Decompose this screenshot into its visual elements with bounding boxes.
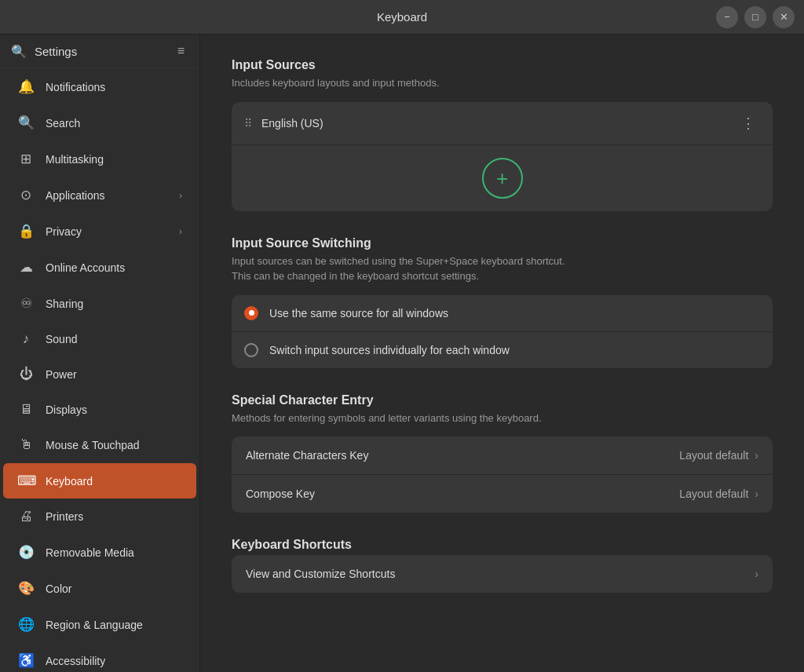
sidebar-item-label-color: Color	[46, 583, 182, 595]
sidebar-item-label-displays: Displays	[46, 404, 182, 416]
individual-source-radio[interactable]	[244, 343, 258, 357]
sidebar: 🔍 Settings ≡ 🔔Notifications🔍Search⊞Multi…	[0, 35, 200, 672]
sidebar-item-label-keyboard: Keyboard	[46, 475, 182, 488]
sidebar-item-applications[interactable]: ⊙Applications›	[3, 177, 196, 213]
sidebar-item-label-power: Power	[46, 368, 182, 381]
sidebar-item-label-multitasking: Multitasking	[46, 153, 182, 166]
applications-icon: ⊙	[17, 187, 35, 203]
mouse-touchpad-icon: 🖱	[17, 437, 35, 453]
sidebar-item-label-printers: Printers	[46, 510, 182, 523]
input-source-switching-subtitle: Input sources can be switched using the …	[232, 254, 773, 284]
color-icon: 🎨	[17, 580, 35, 597]
compose-key-row[interactable]: Compose Key Layout default ›	[232, 475, 773, 513]
sound-icon: ♪	[17, 331, 35, 347]
accessibility-icon: ♿	[17, 652, 35, 669]
sidebar-item-displays[interactable]: 🖥Displays	[3, 393, 196, 427]
input-sources-subtitle: Includes keyboard layouts and input meth…	[232, 75, 773, 91]
add-input-source-button[interactable]: +	[482, 158, 523, 199]
special-character-title: Special Character Entry	[232, 393, 773, 407]
window-controls: − □ ✕	[716, 6, 795, 28]
input-sources-section: Input Sources Includes keyboard layouts …	[232, 58, 773, 211]
alternate-characters-key-value: Layout default	[679, 449, 748, 462]
alternate-characters-chevron-icon: ›	[755, 449, 758, 462]
applications-chevron-icon: ›	[179, 190, 182, 201]
drag-handle-icon: ⠿	[244, 117, 252, 130]
english-us-row[interactable]: ⠿ English (US) ⋮	[232, 102, 773, 145]
sidebar-item-label-applications: Applications	[46, 189, 168, 202]
sidebar-item-label-sharing: Sharing	[46, 298, 182, 310]
input-sources-card: ⠿ English (US) ⋮ +	[232, 102, 773, 211]
titlebar: Keyboard − □ ✕	[0, 0, 804, 35]
displays-icon: 🖥	[17, 402, 35, 418]
alternate-characters-key-row[interactable]: Alternate Characters Key Layout default …	[232, 436, 773, 475]
search-icon: 🔍	[11, 44, 27, 59]
main-container: 🔍 Settings ≡ 🔔Notifications🔍Search⊞Multi…	[0, 35, 804, 672]
sidebar-item-keyboard[interactable]: ⌨Keyboard	[3, 463, 196, 499]
maximize-button[interactable]: □	[744, 6, 766, 28]
sidebar-item-label-notifications: Notifications	[46, 81, 182, 93]
sidebar-item-sharing[interactable]: ♾Sharing	[3, 286, 196, 321]
input-sources-title: Input Sources	[232, 58, 773, 72]
sidebar-item-removable-media[interactable]: 💿Removable Media	[3, 535, 196, 570]
sidebar-app-title: Settings	[35, 45, 166, 58]
sidebar-item-multitasking[interactable]: ⊞Multitasking	[3, 141, 196, 177]
keyboard-icon: ⌨	[17, 473, 35, 489]
minimize-button[interactable]: −	[716, 6, 738, 28]
privacy-chevron-icon: ›	[179, 226, 182, 237]
sidebar-item-search[interactable]: 🔍Search	[3, 105, 196, 141]
source-options-button[interactable]: ⋮	[736, 113, 760, 133]
sidebar-item-printers[interactable]: 🖨Printers	[3, 499, 196, 534]
same-source-row[interactable]: Use the same source for all windows	[232, 295, 773, 332]
sidebar-item-mouse-touchpad[interactable]: 🖱Mouse & Touchpad	[3, 428, 196, 462]
sidebar-item-power[interactable]: ⏻Power	[3, 357, 196, 392]
printers-icon: 🖨	[17, 509, 35, 524]
multitasking-icon: ⊞	[17, 151, 35, 167]
view-customize-shortcuts-label: View and Customize Shortcuts	[246, 568, 755, 580]
shortcuts-chevron-icon: ›	[755, 568, 758, 580]
individual-source-row[interactable]: Switch input sources individually for ea…	[232, 332, 773, 368]
keyboard-shortcuts-card: View and Customize Shortcuts ›	[232, 555, 773, 593]
special-character-subtitle: Methods for entering symbols and letter …	[232, 411, 773, 426]
keyboard-shortcuts-section: Keyboard Shortcuts View and Customize Sh…	[232, 538, 773, 593]
region-language-icon: 🌐	[17, 616, 35, 633]
close-button[interactable]: ✕	[773, 6, 795, 28]
notifications-icon: 🔔	[17, 79, 35, 95]
special-character-card: Alternate Characters Key Layout default …	[232, 436, 773, 513]
input-source-switching-title: Input Source Switching	[232, 236, 773, 250]
sidebar-item-label-search: Search	[46, 117, 182, 130]
sidebar-item-notifications[interactable]: 🔔Notifications	[3, 69, 196, 104]
privacy-icon: 🔒	[17, 223, 35, 239]
alternate-characters-key-label: Alternate Characters Key	[246, 449, 679, 462]
english-us-label: English (US)	[261, 117, 736, 130]
power-icon: ⏻	[17, 367, 35, 382]
sharing-icon: ♾	[17, 295, 35, 312]
sidebar-item-sound[interactable]: ♪Sound	[3, 322, 196, 356]
sidebar-item-label-removable-media: Removable Media	[46, 546, 182, 559]
view-customize-shortcuts-row[interactable]: View and Customize Shortcuts ›	[232, 555, 773, 593]
sidebar-menu-button[interactable]: ≡	[174, 42, 188, 60]
online-accounts-icon: ☁	[17, 259, 35, 276]
sidebar-item-accessibility[interactable]: ♿Accessibility	[3, 643, 196, 672]
sidebar-item-label-accessibility: Accessibility	[46, 655, 182, 667]
sidebar-header: 🔍 Settings ≡	[0, 35, 199, 68]
sidebar-item-label-region-language: Region & Language	[46, 619, 182, 631]
compose-key-chevron-icon: ›	[755, 488, 758, 500]
sidebar-item-label-mouse-touchpad: Mouse & Touchpad	[46, 439, 182, 451]
search-icon: 🔍	[17, 115, 35, 131]
content-area: Input Sources Includes keyboard layouts …	[200, 35, 804, 672]
sidebar-item-privacy[interactable]: 🔒Privacy›	[3, 214, 196, 249]
sidebar-item-region-language[interactable]: 🌐Region & Language	[3, 607, 196, 642]
sidebar-item-label-online-accounts: Online Accounts	[46, 261, 182, 274]
switching-options-card: Use the same source for all windows Swit…	[232, 295, 773, 368]
same-source-radio[interactable]	[244, 306, 258, 320]
compose-key-value: Layout default	[679, 488, 748, 500]
input-source-switching-section: Input Source Switching Input sources can…	[232, 236, 773, 368]
compose-key-label: Compose Key	[246, 488, 679, 500]
removable-media-icon: 💿	[17, 544, 35, 561]
sidebar-nav: 🔔Notifications🔍Search⊞Multitasking⊙Appli…	[0, 68, 199, 672]
window-title: Keyboard	[377, 10, 427, 24]
same-source-label: Use the same source for all windows	[269, 307, 448, 320]
sidebar-item-online-accounts[interactable]: ☁Online Accounts	[3, 250, 196, 285]
sidebar-item-color[interactable]: 🎨Color	[3, 571, 196, 606]
sidebar-item-label-privacy: Privacy	[46, 225, 168, 238]
